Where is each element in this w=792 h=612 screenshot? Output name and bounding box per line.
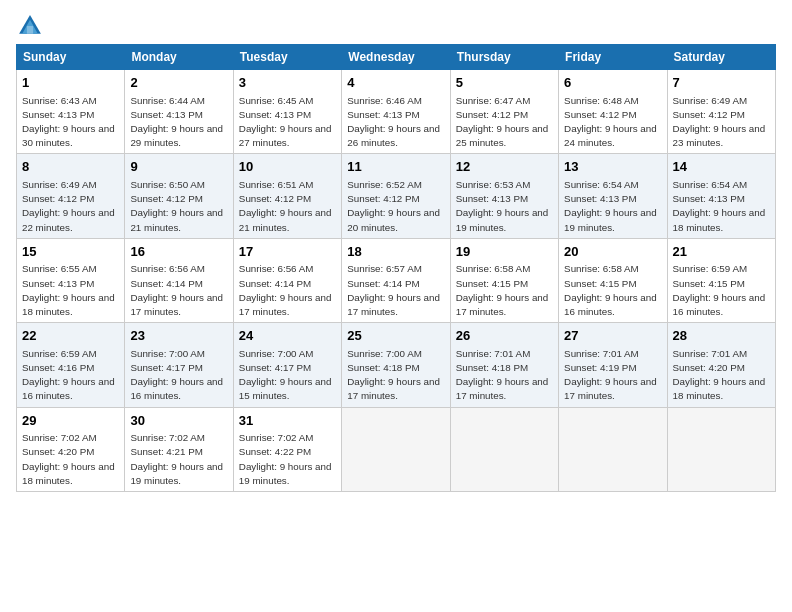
calendar-cell xyxy=(450,407,558,491)
day-info: Sunrise: 6:48 AMSunset: 4:12 PMDaylight:… xyxy=(564,95,657,149)
day-number: 10 xyxy=(239,158,336,176)
day-info: Sunrise: 6:54 AMSunset: 4:13 PMDaylight:… xyxy=(564,179,657,233)
col-header-monday: Monday xyxy=(125,45,233,70)
day-number: 2 xyxy=(130,74,227,92)
day-info: Sunrise: 7:01 AMSunset: 4:20 PMDaylight:… xyxy=(673,348,766,402)
calendar-cell: 11 Sunrise: 6:52 AMSunset: 4:12 PMDaylig… xyxy=(342,154,450,238)
day-info: Sunrise: 6:46 AMSunset: 4:13 PMDaylight:… xyxy=(347,95,440,149)
calendar-cell: 1 Sunrise: 6:43 AMSunset: 4:13 PMDayligh… xyxy=(17,70,125,154)
calendar-cell: 12 Sunrise: 6:53 AMSunset: 4:13 PMDaylig… xyxy=(450,154,558,238)
day-info: Sunrise: 6:49 AMSunset: 4:12 PMDaylight:… xyxy=(22,179,115,233)
day-info: Sunrise: 7:00 AMSunset: 4:17 PMDaylight:… xyxy=(239,348,332,402)
day-info: Sunrise: 6:56 AMSunset: 4:14 PMDaylight:… xyxy=(239,263,332,317)
day-info: Sunrise: 6:55 AMSunset: 4:13 PMDaylight:… xyxy=(22,263,115,317)
day-info: Sunrise: 7:02 AMSunset: 4:20 PMDaylight:… xyxy=(22,432,115,486)
day-number: 1 xyxy=(22,74,119,92)
page-container: SundayMondayTuesdayWednesdayThursdayFrid… xyxy=(0,0,792,500)
calendar-cell: 20 Sunrise: 6:58 AMSunset: 4:15 PMDaylig… xyxy=(559,238,667,322)
day-info: Sunrise: 6:43 AMSunset: 4:13 PMDaylight:… xyxy=(22,95,115,149)
col-header-friday: Friday xyxy=(559,45,667,70)
day-number: 25 xyxy=(347,327,444,345)
calendar-week-row: 22 Sunrise: 6:59 AMSunset: 4:16 PMDaylig… xyxy=(17,323,776,407)
day-number: 29 xyxy=(22,412,119,430)
logo-icon xyxy=(16,12,44,40)
calendar-cell: 3 Sunrise: 6:45 AMSunset: 4:13 PMDayligh… xyxy=(233,70,341,154)
calendar-cell: 29 Sunrise: 7:02 AMSunset: 4:20 PMDaylig… xyxy=(17,407,125,491)
day-number: 17 xyxy=(239,243,336,261)
col-header-saturday: Saturday xyxy=(667,45,775,70)
day-info: Sunrise: 6:53 AMSunset: 4:13 PMDaylight:… xyxy=(456,179,549,233)
day-number: 14 xyxy=(673,158,770,176)
day-info: Sunrise: 7:01 AMSunset: 4:18 PMDaylight:… xyxy=(456,348,549,402)
calendar-cell: 25 Sunrise: 7:00 AMSunset: 4:18 PMDaylig… xyxy=(342,323,450,407)
day-number: 4 xyxy=(347,74,444,92)
day-info: Sunrise: 6:54 AMSunset: 4:13 PMDaylight:… xyxy=(673,179,766,233)
logo xyxy=(16,12,48,40)
day-number: 12 xyxy=(456,158,553,176)
day-info: Sunrise: 6:49 AMSunset: 4:12 PMDaylight:… xyxy=(673,95,766,149)
day-info: Sunrise: 6:59 AMSunset: 4:16 PMDaylight:… xyxy=(22,348,115,402)
day-number: 3 xyxy=(239,74,336,92)
day-info: Sunrise: 7:00 AMSunset: 4:17 PMDaylight:… xyxy=(130,348,223,402)
day-number: 26 xyxy=(456,327,553,345)
col-header-wednesday: Wednesday xyxy=(342,45,450,70)
calendar-cell: 5 Sunrise: 6:47 AMSunset: 4:12 PMDayligh… xyxy=(450,70,558,154)
calendar-cell: 13 Sunrise: 6:54 AMSunset: 4:13 PMDaylig… xyxy=(559,154,667,238)
calendar-cell: 4 Sunrise: 6:46 AMSunset: 4:13 PMDayligh… xyxy=(342,70,450,154)
day-number: 22 xyxy=(22,327,119,345)
col-header-tuesday: Tuesday xyxy=(233,45,341,70)
calendar-cell xyxy=(342,407,450,491)
calendar-cell: 18 Sunrise: 6:57 AMSunset: 4:14 PMDaylig… xyxy=(342,238,450,322)
calendar-week-row: 1 Sunrise: 6:43 AMSunset: 4:13 PMDayligh… xyxy=(17,70,776,154)
day-info: Sunrise: 6:47 AMSunset: 4:12 PMDaylight:… xyxy=(456,95,549,149)
calendar-cell: 31 Sunrise: 7:02 AMSunset: 4:22 PMDaylig… xyxy=(233,407,341,491)
calendar-cell: 6 Sunrise: 6:48 AMSunset: 4:12 PMDayligh… xyxy=(559,70,667,154)
calendar-cell: 22 Sunrise: 6:59 AMSunset: 4:16 PMDaylig… xyxy=(17,323,125,407)
day-number: 18 xyxy=(347,243,444,261)
calendar-cell: 2 Sunrise: 6:44 AMSunset: 4:13 PMDayligh… xyxy=(125,70,233,154)
day-number: 13 xyxy=(564,158,661,176)
calendar-header-row: SundayMondayTuesdayWednesdayThursdayFrid… xyxy=(17,45,776,70)
calendar-cell: 10 Sunrise: 6:51 AMSunset: 4:12 PMDaylig… xyxy=(233,154,341,238)
day-number: 23 xyxy=(130,327,227,345)
day-number: 30 xyxy=(130,412,227,430)
calendar-week-row: 15 Sunrise: 6:55 AMSunset: 4:13 PMDaylig… xyxy=(17,238,776,322)
page-header xyxy=(16,12,776,40)
day-number: 31 xyxy=(239,412,336,430)
calendar-cell: 15 Sunrise: 6:55 AMSunset: 4:13 PMDaylig… xyxy=(17,238,125,322)
calendar-cell: 7 Sunrise: 6:49 AMSunset: 4:12 PMDayligh… xyxy=(667,70,775,154)
col-header-thursday: Thursday xyxy=(450,45,558,70)
calendar-cell: 14 Sunrise: 6:54 AMSunset: 4:13 PMDaylig… xyxy=(667,154,775,238)
day-number: 5 xyxy=(456,74,553,92)
day-info: Sunrise: 6:57 AMSunset: 4:14 PMDaylight:… xyxy=(347,263,440,317)
calendar-cell xyxy=(559,407,667,491)
day-info: Sunrise: 6:52 AMSunset: 4:12 PMDaylight:… xyxy=(347,179,440,233)
calendar-week-row: 29 Sunrise: 7:02 AMSunset: 4:20 PMDaylig… xyxy=(17,407,776,491)
calendar-cell: 16 Sunrise: 6:56 AMSunset: 4:14 PMDaylig… xyxy=(125,238,233,322)
calendar-cell: 30 Sunrise: 7:02 AMSunset: 4:21 PMDaylig… xyxy=(125,407,233,491)
day-info: Sunrise: 7:02 AMSunset: 4:22 PMDaylight:… xyxy=(239,432,332,486)
day-number: 28 xyxy=(673,327,770,345)
calendar-cell: 23 Sunrise: 7:00 AMSunset: 4:17 PMDaylig… xyxy=(125,323,233,407)
calendar-cell: 8 Sunrise: 6:49 AMSunset: 4:12 PMDayligh… xyxy=(17,154,125,238)
calendar-cell: 27 Sunrise: 7:01 AMSunset: 4:19 PMDaylig… xyxy=(559,323,667,407)
day-number: 11 xyxy=(347,158,444,176)
day-info: Sunrise: 6:58 AMSunset: 4:15 PMDaylight:… xyxy=(456,263,549,317)
day-number: 21 xyxy=(673,243,770,261)
day-info: Sunrise: 6:50 AMSunset: 4:12 PMDaylight:… xyxy=(130,179,223,233)
calendar-cell: 24 Sunrise: 7:00 AMSunset: 4:17 PMDaylig… xyxy=(233,323,341,407)
day-info: Sunrise: 6:44 AMSunset: 4:13 PMDaylight:… xyxy=(130,95,223,149)
day-info: Sunrise: 7:00 AMSunset: 4:18 PMDaylight:… xyxy=(347,348,440,402)
day-number: 6 xyxy=(564,74,661,92)
day-number: 15 xyxy=(22,243,119,261)
day-info: Sunrise: 6:58 AMSunset: 4:15 PMDaylight:… xyxy=(564,263,657,317)
day-info: Sunrise: 7:02 AMSunset: 4:21 PMDaylight:… xyxy=(130,432,223,486)
day-info: Sunrise: 6:56 AMSunset: 4:14 PMDaylight:… xyxy=(130,263,223,317)
day-number: 9 xyxy=(130,158,227,176)
day-number: 27 xyxy=(564,327,661,345)
day-info: Sunrise: 6:45 AMSunset: 4:13 PMDaylight:… xyxy=(239,95,332,149)
calendar-cell: 21 Sunrise: 6:59 AMSunset: 4:15 PMDaylig… xyxy=(667,238,775,322)
calendar-week-row: 8 Sunrise: 6:49 AMSunset: 4:12 PMDayligh… xyxy=(17,154,776,238)
day-info: Sunrise: 6:51 AMSunset: 4:12 PMDaylight:… xyxy=(239,179,332,233)
day-number: 19 xyxy=(456,243,553,261)
